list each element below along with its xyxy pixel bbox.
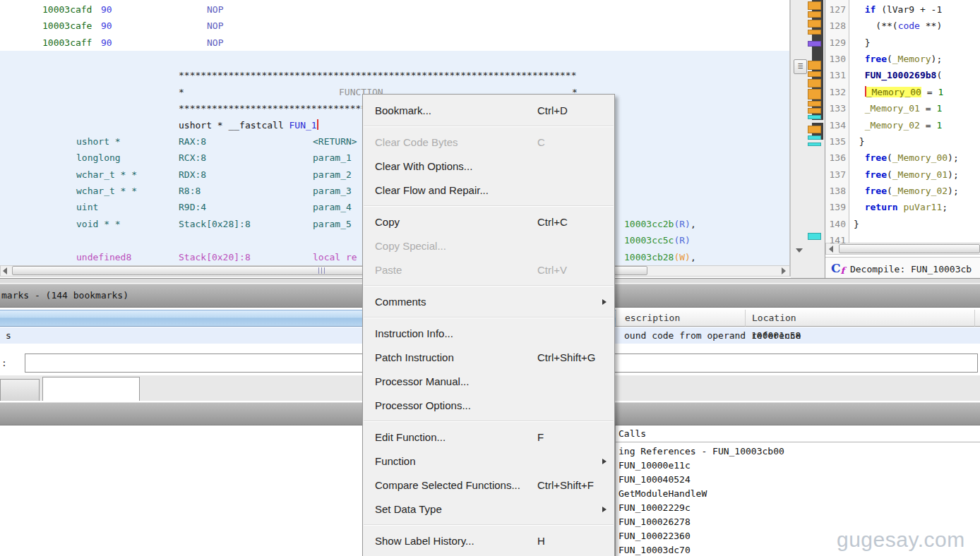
decompiler-line[interactable]: } [854,133,980,150]
decompiler-line[interactable]: FUN_1000269b8( [854,67,980,83]
decompiler-line[interactable]: } [854,216,980,232]
bookmark-marker[interactable] [808,115,821,119]
column-header-description[interactable]: escription [616,310,745,327]
bookmark-marker[interactable] [808,233,821,240]
decompiler-line[interactable]: free(_Memory_02); [854,183,980,199]
code-token: _Memory_01 [892,169,948,180]
menu-item-shortcut: Ctrl+V [537,258,567,282]
bookmark-marker[interactable] [808,41,821,47]
code-token: ( [887,152,892,163]
bookmark-marker[interactable] [808,30,821,35]
decompiler-line[interactable]: free(_Memory_00); [854,150,980,166]
menu-item-shortcut: Ctrl+C [537,210,568,234]
address: 10003caff [42,35,92,51]
decompiler-line-number: 134 [825,117,846,133]
decompiler-line[interactable]: _Memory_02 = 1 [854,117,980,133]
code-token [854,120,865,131]
decompiler-line[interactable] [854,232,980,248]
tab-console[interactable]: sole × [0,379,40,401]
decompiler-panel: Cf Decompile: FUN_10003cb 127 if (lVar9 … [825,0,980,278]
variable-type: ushort * [76,133,121,150]
address: 10003cafd [42,1,92,18]
menu-item-comments[interactable]: Comments [363,290,614,314]
call-tree-item[interactable]: FUN_10000e11c [619,459,980,473]
overview-menu-button[interactable]: ☰ [794,59,807,74]
bookmark-marker[interactable] [808,11,821,18]
variable-storage: RCX:8 [179,150,206,166]
menu-item-instruction-info[interactable]: Instruction Info... [363,322,614,346]
bookmark-marker[interactable] [808,101,821,107]
decompiler-status-text: Decompile: FUN_10003cb [844,264,972,274]
bookmark-marker[interactable] [808,135,821,140]
call-tree-item[interactable]: FUN_10002229c [619,501,980,515]
instruction-row[interactable]: 10003caff90NOP [0,35,791,51]
scroll-left-icon[interactable] [3,267,7,274]
bookmark-marker[interactable] [808,126,821,133]
code-token [854,202,865,212]
bookmark-marker[interactable] [808,79,821,87]
tab-bookmarks[interactable]: ✔Bookmarks × [42,377,140,401]
decompiler-line[interactable]: free(_Memory); [854,51,980,67]
instruction-row[interactable]: 10003cafd90NOP [0,1,791,18]
bookmark-marker[interactable] [808,61,821,70]
decompiler-line[interactable]: return puVar11; [854,199,980,215]
decompiler-line[interactable]: free(_Memory_01); [854,167,980,183]
code-token: } [854,37,870,48]
menu-separator [363,314,614,322]
decompiler-line[interactable]: } [854,35,980,51]
menu-item-label: Comments [375,296,426,308]
decompiler-line[interactable]: _Memory_00 = 1 [854,84,980,100]
call-tree-item[interactable]: GetModuleHandleW [619,487,980,501]
xref-access-type: (R) [674,219,690,229]
function-name[interactable]: FUN_1 [289,120,317,131]
bookmark-marker[interactable] [808,143,821,146]
scroll-down-icon[interactable] [796,248,803,253]
menu-item-patch-instruction[interactable]: Patch InstructionCtrl+Shift+G [363,346,614,370]
xref-address[interactable]: 10003cc5c [624,235,674,246]
xref-address[interactable]: 10003cc2b [624,219,674,229]
menu-item-edit-function[interactable]: Edit Function...F [363,425,614,449]
menu-item-clear-flow-and-repair[interactable]: Clear Flow and Repair... [363,179,614,203]
menu-item-function[interactable]: Function [363,449,614,473]
menu-item-compare-selected-functions[interactable]: Compare Selected Functions...Ctrl+Shift+… [363,473,614,497]
scroll-grip-icon[interactable] [318,267,325,274]
instruction-row[interactable]: 10003cafe90NOP [0,18,791,34]
menu-item-processor-options[interactable]: Processor Options... [363,394,614,418]
decompiler-line[interactable]: (**(code **) [854,18,980,34]
decompiler-line[interactable]: _Memory_01 = 1 [854,100,980,116]
byte-value: 90 [101,35,112,51]
comment-row[interactable]: ****************************************… [0,67,791,83]
address: 10003cafe [42,18,92,34]
menu-item-paste[interactable]: PasteCtrl+V [363,258,614,282]
menu-item-set-data-type[interactable]: Set Data Type [363,497,614,521]
call-tree-item[interactable]: FUN_100026278 [619,515,980,529]
menu-item-label: Compare Selected Functions... [375,479,520,491]
code-token: if [865,4,876,15]
decompiler-line[interactable]: if (lVar9 + -1 [854,1,980,18]
code-token: free [865,152,887,163]
menu-separator [363,282,614,290]
bookmark-marker[interactable] [808,71,821,77]
call-tree-root[interactable]: ing References - FUN_10003cb00 [619,445,980,459]
submenu-arrow-icon [602,299,606,305]
decompiler-line-number: 130 [825,51,846,67]
menu-item-clear-with-options[interactable]: Clear With Options... [363,155,614,179]
bookmark-marker[interactable] [808,1,821,10]
ghidra-window: 10003cafd90NOP10003cafe90NOP10003caff90N… [0,0,980,556]
menu-item-bookmark[interactable]: Bookmark...Ctrl+D [363,99,614,123]
scroll-right-icon[interactable] [782,267,786,274]
menu-item-copy[interactable]: CopyCtrl+C [363,210,614,234]
menu-item-copy-special[interactable]: Copy Special... [363,234,614,258]
bookmark-marker[interactable] [808,108,821,114]
menu-item-processor-manual[interactable]: Processor Manual... [363,370,614,394]
xref-address[interactable]: 10003cb28 [624,252,674,262]
column-header-location[interactable]: Location [745,310,974,327]
bookmark-marker[interactable] [808,89,821,99]
call-tree-item[interactable]: FUN_100040524 [619,473,980,487]
bookmark-marker[interactable] [808,20,821,28]
menu-item-clear-code-bytes[interactable]: Clear Code BytesC [363,131,614,155]
variable-type: wchar_t * * [76,167,137,183]
code-token: = [920,103,936,114]
menu-item-show-label-history[interactable]: Show Label History...H [363,529,614,553]
decompiler-line-number: 140 [825,216,846,232]
